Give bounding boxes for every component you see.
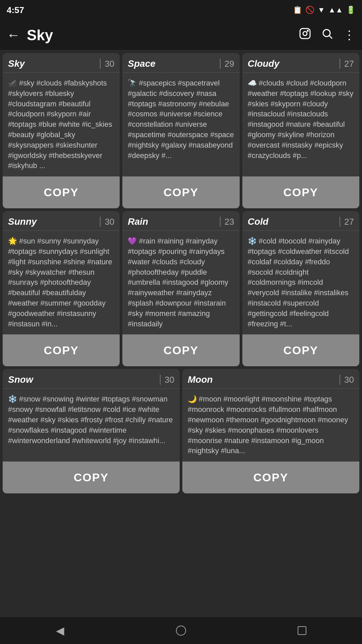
header-icons: ⋮ <box>299 28 355 43</box>
card-space-copy-button[interactable]: COPY <box>122 176 239 208</box>
instagram-icon[interactable] <box>299 28 311 43</box>
svg-line-4 <box>329 36 332 39</box>
card-cloudy-title: Cloudy <box>248 58 336 69</box>
card-snow-count: 30 <box>165 375 174 385</box>
header: ← Sky ⋮ <box>0 20 362 50</box>
card-cloudy-count: 27 <box>344 59 354 69</box>
svg-point-1 <box>303 32 307 36</box>
card-space-body: 🔭 #spacepics #spacetravel #galactic #dis… <box>122 73 239 176</box>
card-sunny-body: 🌟 #sun #sunny #sunnyday #toptags #sunnyd… <box>3 231 120 334</box>
card-sky-copy-button[interactable]: COPY <box>3 176 120 208</box>
card-sunny-copy-button[interactable]: COPY <box>3 334 120 366</box>
card-rain: Rain 23 💜 #rain #raining #rainyday #topt… <box>122 211 239 366</box>
card-snow-body: ❄️ #snow #snowing #winter #toptags #snow… <box>3 389 180 462</box>
status-bar: 4:57 📋 🚫 ▼ ▲▲ 🔋 <box>0 0 362 20</box>
wifi-icon: ▼ <box>318 6 325 14</box>
nav-recent-button[interactable] <box>298 626 306 635</box>
card-space-title: Space <box>128 58 216 69</box>
svg-point-2 <box>307 30 308 31</box>
nav-back-button[interactable]: ◀ <box>56 624 64 637</box>
card-sunny-count: 30 <box>105 217 114 227</box>
card-cold: Cold 27 ❄️ #cold #toocold #rainyday #top… <box>242 211 359 366</box>
card-cold-body: ❄️ #cold #toocold #rainyday #toptags #co… <box>242 231 359 334</box>
card-cold-count: 27 <box>344 217 354 227</box>
bottom-nav: ◀ <box>0 617 362 644</box>
card-cloudy-copy-button[interactable]: COPY <box>242 176 359 208</box>
card-snow: Snow 30 ❄️ #snow #snowing #winter #topta… <box>3 369 180 493</box>
page-title: Sky <box>27 27 299 44</box>
card-space-count: 29 <box>225 59 234 69</box>
card-cold-copy-button[interactable]: COPY <box>242 334 359 366</box>
card-cloudy-body: ☁️ #clouds #cloud #cloudporn #weather #t… <box>242 73 359 176</box>
card-rain-copy-button[interactable]: COPY <box>122 334 239 366</box>
card-sunny: Sunny 30 🌟 #sun #sunny #sunnyday #toptag… <box>3 211 120 366</box>
card-sky-count: 30 <box>105 59 114 69</box>
status-icons: 📋 🚫 ▼ ▲▲ 🔋 <box>293 6 355 14</box>
card-sunny-title: Sunny <box>8 216 96 227</box>
card-moon-count: 30 <box>344 375 354 385</box>
card-rain-body: 💜 #rain #raining #rainyday #toptags #pou… <box>122 231 239 334</box>
card-grid: Sky 30 🦟 #sky #clouds #fabskyshots #skyl… <box>0 50 362 369</box>
card-moon-copy-button[interactable]: COPY <box>182 462 359 493</box>
card-sky-body: 🦟 #sky #clouds #fabskyshots #skylovers #… <box>3 73 120 176</box>
card-moon-title: Moon <box>188 374 336 385</box>
card-snow-title: Snow <box>8 374 156 385</box>
more-icon[interactable]: ⋮ <box>343 28 355 42</box>
card-moon: Moon 30 🌙 #moon #moonlight #moonshine #t… <box>182 369 359 493</box>
nav-home-button[interactable] <box>176 626 186 636</box>
svg-point-3 <box>323 30 330 37</box>
card-space: Space 29 🔭 #spacepics #spacetravel #gala… <box>122 53 239 208</box>
status-time: 4:57 <box>7 5 24 15</box>
card-moon-body: 🌙 #moon #moonlight #moonshine #toptags #… <box>182 389 359 462</box>
card-cold-title: Cold <box>248 216 336 227</box>
card-rain-count: 23 <box>225 217 234 227</box>
snow-moon-row: Snow 30 ❄️ #snow #snowing #winter #topta… <box>0 369 362 496</box>
card-cloudy: Cloudy 27 ☁️ #clouds #cloud #cloudporn #… <box>242 53 359 208</box>
back-button[interactable]: ← <box>7 28 20 43</box>
battery-icon: 🔋 <box>346 6 355 14</box>
card-rain-title: Rain <box>128 216 216 227</box>
signal-icon: ▲▲ <box>328 6 343 14</box>
recent-square-icon <box>298 626 306 635</box>
card-sky: Sky 30 🦟 #sky #clouds #fabskyshots #skyl… <box>3 53 120 208</box>
home-circle-icon <box>176 626 186 636</box>
notification-icon: 📋 <box>293 6 302 14</box>
card-snow-copy-button[interactable]: COPY <box>3 462 180 493</box>
search-icon[interactable] <box>321 28 333 43</box>
card-sky-title: Sky <box>8 58 96 69</box>
svg-rect-0 <box>300 29 310 39</box>
dnd-icon: 🚫 <box>305 6 314 14</box>
